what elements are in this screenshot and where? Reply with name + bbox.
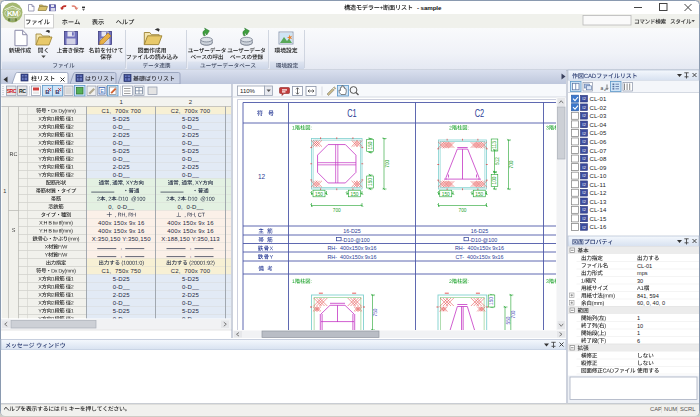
svg-text:SRC: SRC — [7, 88, 17, 94]
svg-text:I2: I2 — [582, 105, 586, 110]
svg-text:KM: KM — [7, 9, 19, 18]
svg-text:1: 1 — [637, 330, 640, 336]
svg-text:2-D25: 2-D25 — [113, 132, 131, 138]
svg-text:CL-05: CL-05 — [590, 130, 607, 136]
svg-text:5-D25: 5-D25 — [113, 148, 131, 154]
svg-text:700: 700 — [458, 208, 466, 213]
svg-text:RC: RC — [19, 88, 26, 94]
svg-text:-D10-@100: -D10-@100 — [342, 237, 370, 243]
svg-text:I2: I2 — [582, 96, 586, 101]
svg-text:150: 150 — [442, 192, 450, 197]
svg-text:0-D__: 0-D__ — [113, 156, 131, 162]
svg-text:2-D25: 2-D25 — [182, 164, 200, 170]
svg-text:E: E — [100, 88, 104, 94]
svg-text:I2: I2 — [582, 113, 586, 118]
svg-text:5-D25: 5-D25 — [113, 276, 131, 282]
svg-text:841, 594: 841, 594 — [637, 293, 659, 299]
svg-text:12: 12 — [258, 173, 265, 180]
svg-text:C2, 700x 700: C2, 700x 700 — [171, 268, 211, 274]
svg-text:30: 30 — [637, 278, 643, 284]
svg-text:I2: I2 — [582, 122, 586, 127]
svg-text:400x 150x 9x 16: 400x 150x 9x 16 — [167, 220, 214, 226]
svg-text:150: 150 — [475, 192, 483, 197]
svg-text:I2: I2 — [582, 173, 586, 178]
svg-text:5-D25: 5-D25 — [182, 276, 200, 282]
svg-text:SCRL: SCRL — [680, 406, 696, 412]
svg-text:0-D__: 0-D__ — [182, 172, 200, 178]
svg-text:150: 150 — [350, 192, 358, 197]
svg-text:C2: C2 — [475, 107, 485, 119]
svg-text:60, 0, 40, 0: 60, 0, 40, 0 — [637, 300, 665, 306]
svg-text:I2: I2 — [582, 190, 586, 195]
svg-text:700: 700 — [509, 160, 514, 168]
svg-text:0-D__: 0-D__ — [113, 124, 131, 130]
svg-text:16-D25: 16-D25 — [471, 228, 489, 234]
svg-text:2-D25: 2-D25 — [113, 164, 131, 170]
svg-text:0-D__: 0-D__ — [182, 156, 200, 162]
svg-text:CL-16: CL-16 — [590, 224, 607, 230]
svg-text:RH- 400x150x 9x16: RH- 400x150x 9x16 — [327, 245, 376, 251]
svg-text:I2: I2 — [582, 148, 586, 153]
svg-text:CL-14: CL-14 — [590, 207, 607, 213]
svg-text:0, 0-D__: 0, 0-D__ — [108, 204, 135, 210]
svg-text:0-D__: 0-D__ — [113, 284, 131, 290]
svg-text:CL-15: CL-15 — [590, 216, 607, 222]
svg-text:5-D25: 5-D25 — [182, 148, 200, 154]
svg-text:750: 750 — [373, 308, 378, 316]
svg-text:1: 1 — [637, 315, 640, 321]
svg-text:RH- 400x150x 9x16: RH- 400x150x 9x16 — [455, 245, 504, 251]
svg-text:CL-13: CL-13 — [590, 199, 607, 205]
svg-text:CL-10: CL-10 — [590, 173, 607, 179]
svg-text:512: 512 — [495, 157, 500, 165]
svg-text:113: 113 — [492, 141, 497, 149]
svg-text:CL-02: CL-02 — [590, 105, 607, 111]
svg-text:150: 150 — [368, 178, 373, 186]
svg-text:700: 700 — [333, 208, 341, 213]
svg-text:0-D__: 0-D__ — [113, 300, 131, 306]
svg-text:150: 150 — [368, 141, 373, 149]
svg-text:2-D25: 2-D25 — [113, 292, 131, 298]
svg-text:0-D__: 0-D__ — [113, 140, 131, 146]
svg-text:I2: I2 — [582, 199, 586, 204]
svg-text:5-D25: 5-D25 — [182, 116, 200, 122]
svg-text:150: 150 — [315, 192, 323, 197]
svg-text:I2: I2 — [582, 225, 586, 230]
svg-text:700: 700 — [385, 159, 390, 167]
svg-text:I2: I2 — [582, 216, 586, 221]
svg-text:150: 150 — [489, 297, 494, 305]
svg-text:X:350,150 Y:350,150: X:350,150 Y:350,150 — [92, 236, 151, 242]
svg-text:16-D25: 16-D25 — [343, 228, 361, 234]
svg-text:1: 1 — [3, 188, 6, 194]
svg-text:5-D25: 5-D25 — [182, 308, 200, 314]
svg-text:I2: I2 — [582, 165, 586, 170]
svg-text:NUM: NUM — [664, 406, 677, 412]
svg-text:CL-12: CL-12 — [590, 190, 607, 196]
svg-text:I2: I2 — [582, 156, 586, 161]
svg-text:X:188,150 Y:350,113: X:188,150 Y:350,113 — [161, 236, 220, 242]
svg-text:C1, 700x 700: C1, 700x 700 — [102, 108, 142, 114]
svg-text:CL-01: CL-01 — [590, 96, 607, 102]
svg-text:0-D__: 0-D__ — [113, 172, 131, 178]
svg-text:mps: mps — [637, 270, 648, 276]
svg-text:2-D25: 2-D25 — [182, 132, 200, 138]
svg-text:0-D__: 0-D__ — [182, 284, 200, 290]
svg-text:BIM: BIM — [10, 18, 15, 22]
svg-text:I2: I2 — [582, 139, 586, 144]
svg-text:C1: C1 — [347, 107, 357, 119]
svg-text:400x 150x 9x 16: 400x 150x 9x 16 — [98, 228, 145, 234]
svg-text:I2: I2 — [582, 207, 586, 212]
svg-text:CL-09: CL-09 — [590, 165, 607, 171]
svg-text:-D10-@100: -D10-@100 — [469, 237, 497, 243]
svg-text:0, 0-D__: 0, 0-D__ — [177, 204, 204, 210]
svg-text:10: 10 — [637, 323, 643, 329]
svg-text:550: 550 — [506, 316, 511, 324]
svg-text:I2: I2 — [582, 182, 586, 187]
svg-text:5-D25: 5-D25 — [113, 116, 131, 122]
svg-text:110%: 110% — [240, 88, 256, 94]
svg-text:0-D__: 0-D__ — [182, 124, 200, 130]
svg-text:C1, 750x 750: C1, 750x 750 — [102, 268, 142, 274]
svg-text:0-D__: 0-D__ — [182, 140, 200, 146]
svg-text:I2: I2 — [582, 131, 586, 136]
svg-text:6: 6 — [637, 338, 640, 344]
svg-text:- sample: - sample — [417, 4, 442, 11]
